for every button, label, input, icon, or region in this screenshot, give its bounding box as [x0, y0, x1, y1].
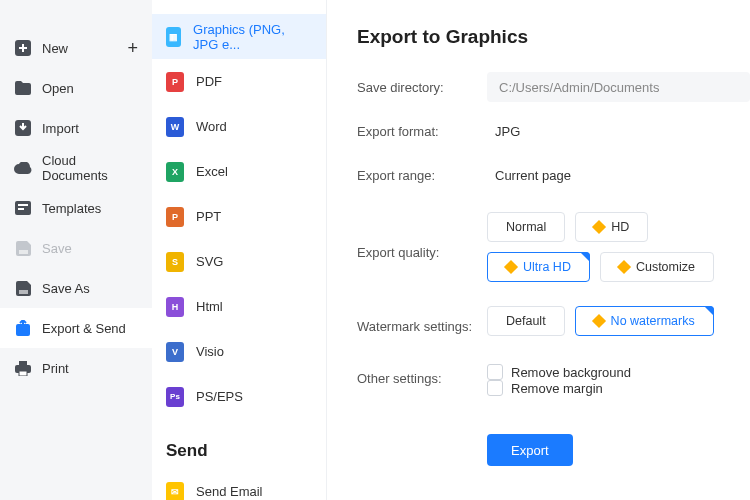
email-icon: ✉: [166, 482, 184, 501]
sidebar-item-new[interactable]: New +: [0, 28, 152, 68]
format-list: ▦ Graphics (PNG, JPG e... P PDF W Word X…: [152, 0, 327, 500]
export-range-select[interactable]: Current page: [487, 160, 571, 190]
sidebar-item-cloud[interactable]: Cloud Documents: [0, 148, 152, 188]
format-item-label: Visio: [196, 344, 224, 359]
format-item-pseps[interactable]: Ps PS/EPS: [152, 374, 326, 419]
format-item-label: PS/EPS: [196, 389, 243, 404]
sidebar-item-label: Cloud Documents: [42, 153, 138, 183]
export-format-label: Export format:: [357, 124, 487, 139]
sidebar-item-export-send[interactable]: Export & Send: [0, 308, 152, 348]
premium-icon: [617, 260, 631, 274]
sidebar-item-open[interactable]: Open: [0, 68, 152, 108]
quality-ultrahd-button[interactable]: Ultra HD: [487, 252, 590, 282]
sidebar-item-saveas[interactable]: Save As: [0, 268, 152, 308]
remove-margin-checkbox[interactable]: Remove margin: [487, 380, 603, 396]
pdf-file-icon: P: [166, 72, 184, 92]
export-quality-label: Export quality:: [357, 245, 487, 260]
sidebar-item-label: Save As: [42, 281, 90, 296]
sidebar-item-label: Save: [42, 241, 72, 256]
watermark-default-button[interactable]: Default: [487, 306, 565, 336]
send-section-header: Send: [152, 419, 326, 469]
format-item-excel[interactable]: X Excel: [152, 149, 326, 194]
templates-icon: [14, 199, 32, 217]
visio-file-icon: V: [166, 342, 184, 362]
other-settings-label: Other settings:: [357, 371, 487, 386]
format-item-word[interactable]: W Word: [152, 104, 326, 149]
format-item-label: Html: [196, 299, 223, 314]
format-item-html[interactable]: H Html: [152, 284, 326, 329]
format-item-label: Graphics (PNG, JPG e...: [193, 22, 312, 52]
format-item-label: SVG: [196, 254, 223, 269]
image-file-icon: ▦: [166, 27, 181, 47]
export-button[interactable]: Export: [487, 434, 573, 466]
sidebar-item-label: Open: [42, 81, 74, 96]
export-panel: Export to Graphics Save directory: C:/Us…: [327, 0, 750, 500]
svg-rect-7: [19, 250, 28, 254]
ps-file-icon: Ps: [166, 387, 184, 407]
excel-file-icon: X: [166, 162, 184, 182]
sidebar-item-import[interactable]: Import: [0, 108, 152, 148]
premium-icon: [592, 220, 606, 234]
checkbox-icon: [487, 380, 503, 396]
format-item-graphics[interactable]: ▦ Graphics (PNG, JPG e...: [152, 14, 326, 59]
format-item-ppt[interactable]: P PPT: [152, 194, 326, 239]
format-item-label: Word: [196, 119, 227, 134]
format-item-label: PDF: [196, 74, 222, 89]
send-item-label: Send Email: [196, 484, 262, 499]
sidebar-item-label: New: [42, 41, 68, 56]
export-range-label: Export range:: [357, 168, 487, 183]
sidebar-item-templates[interactable]: Templates: [0, 188, 152, 228]
svg-rect-2: [19, 47, 27, 49]
watermark-label: Watermark settings:: [357, 319, 487, 334]
premium-icon: [504, 260, 518, 274]
format-item-label: PPT: [196, 209, 221, 224]
sidebar-item-save: Save: [0, 228, 152, 268]
panel-title: Export to Graphics: [357, 26, 750, 48]
svg-rect-12: [19, 371, 27, 376]
ppt-file-icon: P: [166, 207, 184, 227]
left-sidebar: New + Open Import Cloud Documents Templa…: [0, 0, 152, 500]
save-directory-field[interactable]: C:/Users/Admin/Documents: [487, 72, 750, 102]
export-icon: [14, 319, 32, 337]
word-file-icon: W: [166, 117, 184, 137]
export-format-select[interactable]: JPG: [487, 116, 520, 146]
print-icon: [14, 359, 32, 377]
sidebar-item-label: Templates: [42, 201, 101, 216]
sidebar-item-label: Print: [42, 361, 69, 376]
watermark-none-button[interactable]: No watermarks: [575, 306, 714, 336]
sidebar-item-print[interactable]: Print: [0, 348, 152, 388]
svg-file-icon: S: [166, 252, 184, 272]
svg-rect-6: [18, 208, 24, 210]
cloud-icon: [14, 159, 32, 177]
folder-icon: [14, 79, 32, 97]
format-item-pdf[interactable]: P PDF: [152, 59, 326, 104]
plus-square-icon: [14, 39, 32, 57]
sidebar-item-label: Import: [42, 121, 79, 136]
save-icon: [14, 239, 32, 257]
svg-rect-8: [19, 290, 28, 294]
sidebar-item-label: Export & Send: [42, 321, 126, 336]
format-item-svg[interactable]: S SVG: [152, 239, 326, 284]
quality-normal-button[interactable]: Normal: [487, 212, 565, 242]
import-icon: [14, 119, 32, 137]
checkbox-icon: [487, 364, 503, 380]
quality-hd-button[interactable]: HD: [575, 212, 648, 242]
plus-icon[interactable]: +: [127, 38, 138, 59]
remove-background-checkbox[interactable]: Remove background: [487, 364, 631, 380]
send-item-email[interactable]: ✉ Send Email: [152, 469, 326, 500]
saveas-icon: [14, 279, 32, 297]
svg-rect-11: [19, 361, 27, 365]
format-item-visio[interactable]: V Visio: [152, 329, 326, 374]
html-file-icon: H: [166, 297, 184, 317]
format-item-label: Excel: [196, 164, 228, 179]
quality-customize-button[interactable]: Customize: [600, 252, 714, 282]
save-directory-label: Save directory:: [357, 80, 487, 95]
premium-icon: [592, 314, 606, 328]
svg-rect-5: [18, 204, 28, 206]
